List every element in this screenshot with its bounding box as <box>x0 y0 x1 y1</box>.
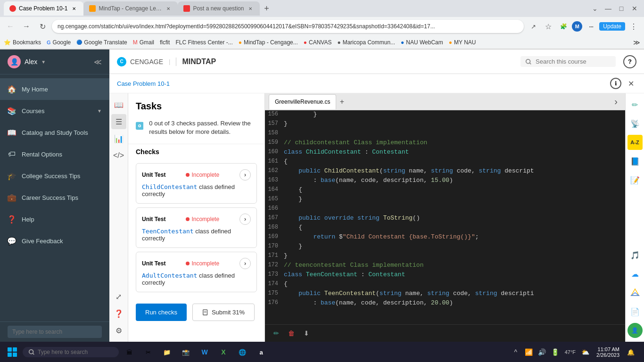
sidebar-item-rental[interactable]: 🏷 Rental Options <box>0 143 109 165</box>
editor-body[interactable]: 156 }157}158159// childcontestant Class … <box>265 110 625 324</box>
right-panel-book-btn[interactable]: 📘 <box>627 154 643 169</box>
taskbar-app-chrome[interactable]: 🌐 <box>234 344 251 361</box>
tab-case-problem[interactable]: Case Problem 10-1 ✕ <box>4 1 83 16</box>
sidebar-item-catalog[interactable]: 📖 Catalog and Study Tools <box>0 122 109 143</box>
taskbar-app-folder[interactable]: 📁 <box>158 344 175 361</box>
check-expand-2[interactable]: › <box>239 214 251 225</box>
right-panel-rss-btn[interactable]: 📡 <box>627 116 643 131</box>
right-panel-az-btn[interactable]: A-Z <box>627 135 643 150</box>
taskbar-app-excel[interactable]: X <box>215 344 232 361</box>
header-search-input[interactable] <box>536 58 611 65</box>
book-icon-button[interactable]: 📖 <box>111 97 126 112</box>
tray-volume-icon[interactable]: 🔊 <box>537 346 548 358</box>
settings-button[interactable]: ⋮ <box>627 20 640 33</box>
back-button[interactable]: ← <box>4 20 17 33</box>
new-tab-button[interactable]: + <box>260 2 273 15</box>
address-input[interactable] <box>52 20 524 33</box>
bookmark-flc-fitness[interactable]: FLC Fitness Center -... <box>175 39 232 46</box>
right-panel-avatar-btn[interactable]: 👤 <box>627 323 643 338</box>
info-button[interactable]: ℹ <box>610 78 621 89</box>
tray-network-icon[interactable]: 📶 <box>523 346 535 358</box>
submit-doc-icon <box>202 309 209 316</box>
add-tab-button[interactable]: + <box>336 96 347 107</box>
taskbar-app-scissors[interactable]: ✂ <box>140 344 157 361</box>
sidebar-item-courses[interactable]: 📚 Courses ▼ <box>0 100 109 122</box>
browser-chrome: Case Problem 10-1 ✕ MindTap - Cengage Le… <box>0 0 644 49</box>
right-panel-drive-btn[interactable] <box>627 285 643 300</box>
tab-post-question[interactable]: Post a new question ✕ <box>178 1 260 16</box>
code-icon-button[interactable]: </> <box>111 148 126 163</box>
window-close[interactable]: ✕ <box>629 3 640 14</box>
reload-button[interactable]: ↻ <box>36 20 49 33</box>
bookmark-maricopa[interactable]: ● Maricopa Commun... <box>337 39 395 46</box>
taskbar-app-word[interactable]: W <box>196 344 213 361</box>
delete-button[interactable]: 🗑 <box>286 328 297 339</box>
sidebar-collapse-button[interactable]: ≪ <box>94 58 102 66</box>
tray-expand-button[interactable]: ^ <box>510 346 521 358</box>
extensions-button[interactable]: 🧩 <box>557 20 570 33</box>
right-panel-doc-btn[interactable]: 📄 <box>627 304 643 319</box>
submit-button[interactable]: Submit 31% <box>192 304 255 321</box>
update-button[interactable]: Update <box>599 22 625 31</box>
bookmark-nau-webcam[interactable]: ● NAU WebCam <box>401 39 443 46</box>
more-button[interactable]: ··· <box>584 20 597 33</box>
taskbar-app-photos[interactable]: 📸 <box>177 344 194 361</box>
taskbar-app-a[interactable]: a <box>253 344 270 361</box>
bookmarks-more[interactable]: ≫ <box>633 39 640 46</box>
bookmark-mindtap[interactable]: ● MindTap - Cengage... <box>239 39 298 46</box>
share-icon-button[interactable]: ⤢ <box>111 289 126 304</box>
avatar: 👤 <box>8 55 21 68</box>
sidebar-item-college[interactable]: 🎓 College Success Tips <box>0 165 109 187</box>
check-expand-3[interactable]: › <box>239 258 251 269</box>
header-help-button[interactable]: ? <box>623 55 636 68</box>
sidebar-item-my-home[interactable]: 🏠 My Home <box>0 78 109 100</box>
settings-icon-button[interactable]: ⚙ <box>111 323 126 338</box>
taskbar-app-building[interactable]: 🏛 <box>121 344 138 361</box>
bookmark-translate[interactable]: 🔵 Google Translate <box>76 39 127 46</box>
header-search-box[interactable] <box>520 56 616 67</box>
tray-battery-icon[interactable]: 🔋 <box>550 346 561 358</box>
notification-button[interactable]: 🔔 <box>625 346 636 358</box>
taskbar-search-input[interactable] <box>38 349 113 355</box>
panel-close-button[interactable]: ✕ <box>625 78 636 89</box>
edit-pencil-button[interactable]: ✏ <box>271 328 282 339</box>
bookmark-my-nau[interactable]: ● MY NAU <box>449 39 476 46</box>
right-panel-cloud-btn[interactable]: ☁ <box>627 266 643 281</box>
chart-icon-button[interactable]: 📊 <box>111 131 126 146</box>
bookmark-google[interactable]: G Google <box>47 39 71 46</box>
taskbar-search-box[interactable] <box>23 347 119 357</box>
bookmark-canvas[interactable]: ● CANVAS <box>304 39 332 46</box>
tab-ctrl-down[interactable]: ⌄ <box>589 3 601 14</box>
bookmark-button[interactable]: ☆ <box>542 20 555 33</box>
bookmark-bookmarks[interactable]: ⭐ Bookmarks <box>4 39 41 46</box>
bookmark-gmail[interactable]: M Gmail <box>133 39 154 46</box>
run-checks-button[interactable]: Run checks <box>136 304 187 321</box>
tab-close-2[interactable]: ✕ <box>165 5 172 12</box>
tray-weather-icon[interactable]: ⛅ <box>579 346 591 358</box>
right-panel-audio-btn[interactable]: 🎵 <box>627 247 643 263</box>
tab-close-3[interactable]: ✕ <box>247 5 254 12</box>
share-button[interactable]: ↗ <box>527 20 540 33</box>
expand-editor-button[interactable]: › <box>611 96 621 107</box>
right-panel-note-btn[interactable]: 📝 <box>627 173 643 188</box>
sidebar-item-help[interactable]: ❓ Help <box>0 208 109 230</box>
window-minimize[interactable]: — <box>603 3 614 14</box>
download-button[interactable]: ⬇ <box>301 328 312 339</box>
profile-button[interactable]: M <box>572 21 582 32</box>
sidebar-user-menu[interactable]: 👤 Alex ▼ <box>8 55 46 68</box>
sidebar-item-career[interactable]: 💼 Career Success Tips <box>0 187 109 208</box>
start-button[interactable] <box>4 344 21 361</box>
tab-mindtap[interactable]: MindTap - Cengage Learning ✕ <box>83 1 178 16</box>
forward-button[interactable]: → <box>20 20 33 33</box>
search-input[interactable] <box>8 326 102 338</box>
editor-tab-greenville[interactable]: GreenvilleRevenue.cs <box>269 94 336 109</box>
tab-close-1[interactable]: ✕ <box>70 5 78 12</box>
right-panel-pencil-btn[interactable]: ✏ <box>627 97 643 112</box>
sidebar-item-feedback[interactable]: 💬 Give Feedback <box>0 230 109 252</box>
check-expand-1[interactable]: › <box>239 169 251 181</box>
window-maximize[interactable]: □ <box>616 3 627 14</box>
taskbar-clock[interactable]: 11:07 AM 2/26/2023 <box>593 346 623 358</box>
checklist-icon-button[interactable]: ☰ <box>111 114 126 129</box>
bookmark-flcfit[interactable]: flcfit <box>160 39 170 46</box>
help-circle-icon-button[interactable]: ❓ <box>111 306 126 321</box>
